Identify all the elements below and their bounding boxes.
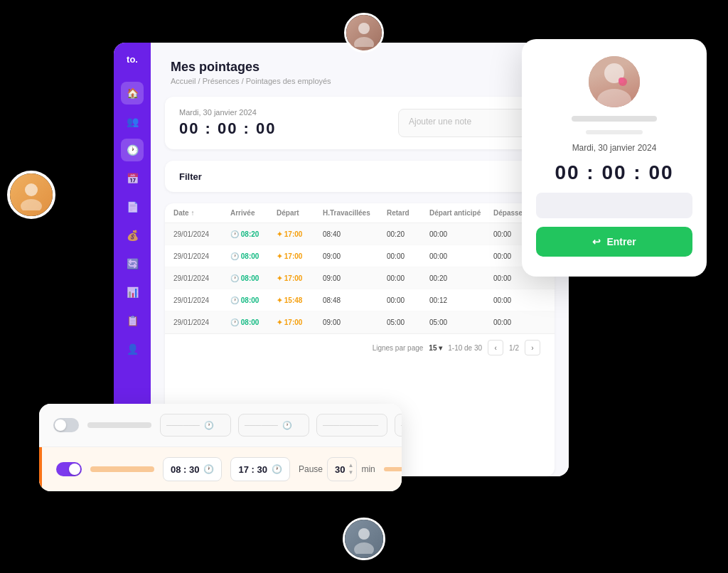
svg-point-7 bbox=[597, 89, 631, 107]
td-retard: 00:20 bbox=[387, 230, 429, 238]
table-header: Date ↑ Arrivée Départ H.Travacillées Ret… bbox=[165, 203, 555, 223]
sidebar-icon-person[interactable]: 👤 bbox=[121, 338, 144, 360]
td-date: 29/01/2024 bbox=[173, 318, 230, 326]
td-depassements: 00:00 bbox=[493, 296, 555, 304]
pause-value: 30 bbox=[335, 464, 345, 475]
svg-point-9 bbox=[619, 77, 624, 83]
end-time-input[interactable]: 17 : 30 🕐 bbox=[230, 457, 289, 481]
td-date: 29/01/2024 bbox=[173, 274, 230, 282]
table-row: 29/01/2024 🕐 08:00 ✦ 17:00 09:00 05:00 0… bbox=[165, 311, 555, 333]
sched-label-bar bbox=[87, 422, 151, 428]
inactive-time-start: ────── 🕐 bbox=[160, 414, 231, 437]
rows-per-page-label: Lignes par page bbox=[373, 344, 424, 352]
toggle-active[interactable] bbox=[56, 462, 82, 476]
td-heures: 09:00 bbox=[323, 318, 387, 326]
popup-date: Mardi, 30 janvier 2024 bbox=[572, 143, 657, 153]
sidebar-icon-document[interactable]: 📄 bbox=[121, 196, 144, 218]
th-arrivee: Arrivée bbox=[230, 209, 277, 217]
table-row: 29/01/2024 🕐 08:00 ✦ 15:48 08:48 00:00 0… bbox=[165, 289, 555, 311]
td-depart: ✦ 17:00 bbox=[277, 318, 323, 326]
td-retard: 00:00 bbox=[387, 296, 429, 304]
td-depart: ✦ 15:48 bbox=[277, 296, 323, 304]
filter-bar[interactable]: Filter ⇅ bbox=[165, 161, 555, 192]
th-retard: Retard bbox=[387, 209, 429, 217]
start-time-input[interactable]: 08 : 30 🕐 bbox=[163, 457, 222, 481]
clock-display: 00 : 00 : 00 bbox=[179, 119, 277, 138]
prev-page-btn[interactable]: ‹ bbox=[488, 340, 503, 355]
popup-card: Mardi, 30 janvier 2024 00 : 00 : 00 ↩ En… bbox=[522, 39, 707, 277]
pause-input[interactable]: 30 ▲ ▼ bbox=[327, 457, 357, 481]
sidebar-icon-dollar[interactable]: 💰 bbox=[121, 224, 144, 247]
popup-search-input[interactable] bbox=[536, 193, 692, 218]
svg-point-4 bbox=[358, 528, 370, 540]
sidebar-icon-refresh[interactable]: 🔄 bbox=[121, 252, 144, 275]
td-arrivee: 🕐 08:20 bbox=[230, 230, 277, 238]
td-depart-anticipe: 00:20 bbox=[429, 274, 493, 282]
td-arrivee: 🕐 08:00 bbox=[230, 296, 277, 304]
td-date: 29/01/2024 bbox=[173, 252, 230, 260]
schedule-row-active: 08 : 30 🕐 17 : 30 🕐 Pause 30 ▲ ▼ min bbox=[39, 447, 402, 491]
clock-card: Mardi, 30 janvier 2024 00 : 00 : 00 Ajou… bbox=[165, 97, 555, 149]
avatar-left bbox=[7, 171, 55, 219]
sidebar-icon-clock[interactable]: 🕐 bbox=[121, 139, 144, 161]
table-row: 29/01/2024 🕐 08:20 ✦ 17:00 08:40 00:20 0… bbox=[165, 223, 555, 245]
sidebar-icon-users[interactable]: 👥 bbox=[121, 110, 144, 133]
td-heures: 08:48 bbox=[323, 296, 387, 304]
rows-per-page-value: 15 ▾ bbox=[429, 344, 442, 352]
popup-name-bar bbox=[572, 116, 657, 122]
table-row: 29/01/2024 🕐 08:00 ✦ 17:00 09:00 00:00 0… bbox=[165, 245, 555, 267]
th-depart: Départ bbox=[277, 209, 323, 217]
td-arrivee: 🕐 08:00 bbox=[230, 274, 277, 282]
pause-unit: min bbox=[361, 464, 375, 474]
sidebar-icon-table[interactable]: 📋 bbox=[121, 309, 144, 332]
sidebar-icon-home[interactable]: 🏠 bbox=[121, 82, 144, 105]
td-heures: 09:00 bbox=[323, 252, 387, 260]
svg-point-2 bbox=[25, 183, 38, 196]
svg-point-1 bbox=[354, 37, 374, 47]
td-arrivee: 🕐 08:00 bbox=[230, 318, 277, 326]
filter-label: Filter bbox=[179, 171, 202, 182]
popup-sub-bar bbox=[586, 130, 643, 134]
svg-point-3 bbox=[21, 199, 42, 210]
row-count: 1-10 de 30 bbox=[448, 344, 482, 352]
th-depart-anticipe: Départ anticipé bbox=[429, 209, 493, 217]
spin-up-icon[interactable]: ▲ bbox=[348, 462, 353, 469]
svg-point-5 bbox=[354, 542, 374, 554]
schedule-row-inactive: ────── 🕐 ────── 🕐 ────────── ────── bbox=[39, 404, 402, 447]
pause-group: Pause 30 ▲ ▼ min bbox=[299, 457, 375, 481]
td-retard: 00:00 bbox=[387, 252, 429, 260]
popup-clock: 00 : 00 : 00 bbox=[555, 161, 673, 184]
sidebar-icon-chart[interactable]: 📊 bbox=[121, 281, 144, 304]
entrer-button[interactable]: ↩ Entrer bbox=[536, 227, 692, 257]
inactive-duration: ────── bbox=[395, 414, 402, 437]
page-title: Mes pointages bbox=[171, 60, 549, 75]
clock-info: Mardi, 30 janvier 2024 00 : 00 : 00 bbox=[179, 108, 277, 138]
table-row: 29/01/2024 🕐 08:00 ✦ 17:00 09:00 00:00 0… bbox=[165, 267, 555, 289]
spin-down-icon[interactable]: ▼ bbox=[348, 469, 353, 476]
next-page-btn[interactable]: › bbox=[525, 340, 540, 355]
pagination: Lignes par page 15 ▾ 1-10 de 30 ‹ 1/2 › bbox=[165, 333, 555, 361]
td-depart-anticipe: 00:00 bbox=[429, 252, 493, 260]
inactive-pause: ────────── bbox=[316, 414, 387, 437]
breadcrumb: Accueil / Présences / Pointages des empl… bbox=[171, 77, 549, 85]
td-depassements: 00:00 bbox=[493, 318, 555, 326]
inactive-time-end: ────── 🕐 bbox=[238, 414, 309, 437]
pause-spinner[interactable]: ▲ ▼ bbox=[348, 462, 353, 476]
page-indicator: 1/2 bbox=[509, 344, 519, 352]
pause-label: Pause bbox=[299, 464, 323, 474]
td-retard: 00:00 bbox=[387, 274, 429, 282]
active-label-bar bbox=[90, 466, 154, 472]
clock-date: Mardi, 30 janvier 2024 bbox=[179, 108, 277, 117]
td-depart: ✦ 17:00 bbox=[277, 252, 323, 260]
td-depart: ✦ 17:00 bbox=[277, 274, 323, 282]
note-input[interactable]: Ajouter une note bbox=[398, 109, 540, 137]
toggle-knob bbox=[55, 419, 66, 431]
td-depart-anticipe: 00:00 bbox=[429, 230, 493, 238]
sidebar-icon-calendar[interactable]: 📅 bbox=[121, 167, 144, 190]
popup-avatar bbox=[589, 56, 640, 107]
start-time-clock-icon: 🕐 bbox=[203, 464, 214, 474]
entrer-icon: ↩ bbox=[592, 236, 601, 247]
td-heures: 09:00 bbox=[323, 274, 387, 282]
toggle-inactive[interactable] bbox=[53, 418, 79, 432]
toggle-knob-active bbox=[69, 464, 80, 475]
